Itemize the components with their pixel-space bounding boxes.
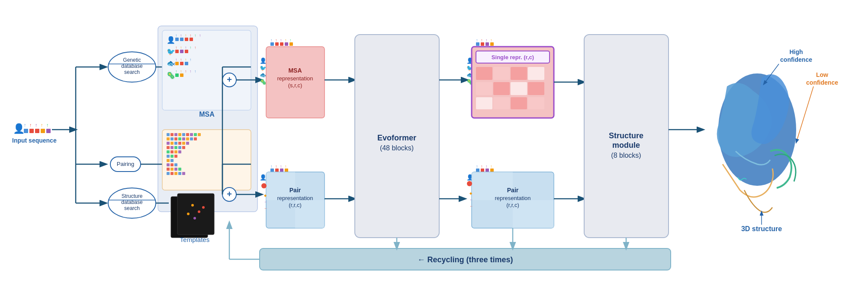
svg-rect-71: [198, 133, 201, 136]
svg-text:↑: ↑: [194, 69, 196, 73]
svg-rect-28: [185, 38, 188, 41]
svg-point-208: [467, 181, 472, 186]
svg-rect-188: [528, 82, 544, 95]
svg-rect-89: [178, 146, 181, 149]
svg-text:↑: ↑: [285, 164, 287, 169]
high-confidence-label2: confidence: [780, 56, 812, 63]
genetic-db-label: Genetic: [123, 57, 141, 63]
svg-rect-80: [167, 142, 170, 145]
structure-module-label: Structure: [609, 131, 643, 140]
svg-rect-139: [289, 42, 293, 46]
msa-repr-label: MSA: [288, 67, 302, 74]
svg-rect-101: [170, 163, 174, 166]
msa-repr-label2: representation: [277, 75, 313, 82]
low-confidence-label: Low: [816, 71, 828, 78]
svg-rect-67: [182, 133, 185, 136]
svg-point-118: [187, 213, 190, 215]
svg-rect-4: [35, 129, 39, 133]
svg-rect-114: [177, 194, 214, 235]
svg-rect-102: [174, 163, 177, 166]
structure-db-label: Structure: [122, 193, 143, 199]
svg-rect-104: [170, 168, 174, 171]
svg-rect-93: [174, 150, 177, 153]
svg-rect-191: [511, 97, 527, 109]
svg-text:↑: ↑: [194, 45, 196, 50]
svg-rect-197: [476, 169, 479, 172]
svg-rect-105: [174, 168, 177, 171]
svg-rect-68: [186, 133, 189, 136]
recycling-label: ← Recycling (three times): [417, 255, 513, 264]
svg-text:↑: ↑: [180, 69, 182, 73]
svg-rect-39: [185, 50, 188, 53]
svg-text:↑: ↑: [270, 38, 273, 42]
pair-repr1-label: Pair: [289, 187, 301, 194]
svg-rect-192: [528, 97, 544, 109]
pairing-label: Pairing: [117, 161, 134, 167]
svg-text:👤: 👤: [13, 123, 25, 134]
svg-point-115: [191, 204, 194, 207]
svg-rect-181: [476, 67, 492, 80]
svg-rect-54: [175, 73, 179, 77]
svg-rect-69: [190, 133, 193, 136]
svg-point-116: [198, 210, 200, 213]
genetic-db-label3: search: [124, 69, 140, 75]
svg-rect-37: [175, 50, 179, 53]
svg-text:↑: ↑: [194, 33, 196, 38]
svg-text:↑: ↑: [485, 164, 488, 169]
svg-text:↑: ↑: [175, 69, 177, 73]
svg-text:↑: ↑: [275, 164, 277, 169]
svg-rect-66: [178, 133, 181, 136]
svg-rect-90: [182, 146, 185, 149]
svg-rect-86: [167, 146, 170, 149]
svg-rect-47: [180, 62, 183, 65]
pair-repr2-label: Pair: [507, 187, 519, 194]
svg-text:↑: ↑: [490, 38, 492, 42]
svg-text:↑: ↑: [275, 38, 277, 42]
svg-text:↑: ↑: [190, 69, 192, 73]
svg-rect-184: [528, 67, 544, 80]
low-confidence-label2: confidence: [806, 79, 838, 86]
svg-text:↑: ↑: [180, 45, 182, 50]
svg-text:←: ←: [469, 204, 473, 208]
svg-text:↑: ↑: [280, 38, 282, 42]
svg-text:↑: ↑: [280, 164, 282, 169]
svg-rect-26: [175, 38, 179, 41]
svg-rect-198: [481, 169, 484, 172]
svg-rect-186: [493, 82, 510, 95]
svg-rect-98: [167, 159, 170, 162]
svg-text:↑: ↑: [485, 38, 488, 42]
svg-rect-187: [511, 82, 527, 95]
pair-repr2-label2: representation: [495, 195, 530, 201]
svg-text:↑: ↑: [190, 45, 192, 50]
svg-text:↑: ↑: [29, 122, 32, 127]
svg-rect-5: [41, 129, 45, 133]
svg-rect-103: [167, 168, 170, 171]
input-sequence-label: Input sequence: [12, 137, 57, 144]
svg-rect-152: [285, 169, 288, 172]
svg-text:←: ←: [469, 198, 473, 202]
templates-label: Templates: [180, 236, 209, 243]
svg-text:🦠: 🦠: [167, 71, 175, 80]
evoformer-blocks: (48 blocks): [380, 144, 414, 152]
svg-text:←: ←: [264, 200, 267, 204]
svg-rect-79: [194, 137, 197, 140]
svg-rect-83: [178, 142, 181, 145]
svg-rect-95: [167, 155, 170, 158]
svg-rect-48: [185, 62, 188, 65]
svg-rect-135: [270, 42, 274, 46]
svg-rect-38: [180, 50, 183, 53]
svg-text:◆: ◆: [469, 191, 473, 195]
svg-rect-2: [24, 129, 28, 133]
svg-rect-72: [167, 137, 170, 140]
svg-text:↑: ↑: [285, 38, 287, 42]
svg-rect-73: [170, 137, 174, 140]
structure-module-blocks: (8 blocks): [611, 152, 641, 159]
pair-repr1-coords: (r,r,c): [289, 202, 302, 208]
svg-rect-64: [170, 133, 174, 136]
svg-rect-138: [285, 42, 288, 46]
svg-rect-182: [493, 67, 510, 80]
svg-rect-96: [170, 155, 174, 158]
svg-text:+: +: [227, 75, 232, 84]
svg-rect-85: [186, 142, 189, 145]
svg-rect-100: [167, 163, 170, 166]
